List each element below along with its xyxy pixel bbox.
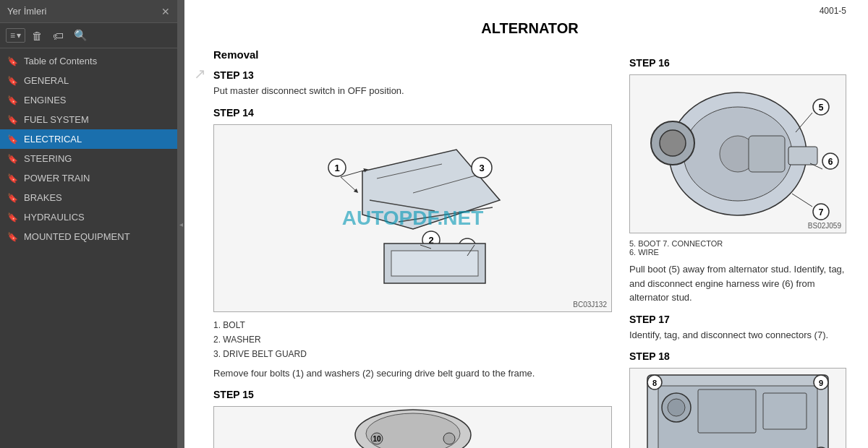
bookmark-icon: 🔖 bbox=[7, 193, 18, 203]
sidebar-item-brakes[interactable]: 🔖 BRAKES bbox=[0, 188, 177, 207]
step17-label: STEP 17 bbox=[629, 314, 846, 325]
step14-svg: 1 2 bbox=[297, 128, 529, 309]
bookmark-icon: 🔖 bbox=[7, 154, 18, 164]
step16-svg: 5 6 7 bbox=[633, 78, 843, 230]
svg-line-7 bbox=[341, 177, 357, 191]
sidebar-item-label: POWER TRAIN bbox=[24, 173, 90, 184]
svg-text:9: 9 bbox=[819, 379, 823, 387]
bookmark-icon: 🔖 bbox=[7, 134, 18, 145]
step14-label: STEP 14 bbox=[213, 107, 612, 119]
bookmark-icon: 🔖 bbox=[7, 115, 18, 125]
sidebar-item-label: Table of Contents bbox=[24, 56, 97, 66]
svg-text:10: 10 bbox=[373, 435, 381, 443]
step14-diagram-ref: BC03J132 bbox=[573, 301, 607, 309]
step14-text: Remove four bolts (1) and washers (2) se… bbox=[213, 366, 612, 381]
close-button[interactable]: ✕ bbox=[161, 7, 170, 17]
bookmark-icon: 🔖 bbox=[7, 212, 18, 223]
svg-rect-44 bbox=[698, 389, 756, 433]
sidebar-item-fuel[interactable]: 🔖 FUEL SYSTEM bbox=[0, 110, 177, 129]
bookmark-icon: 🔖 bbox=[7, 173, 18, 184]
page-number: 4001-5 bbox=[820, 6, 846, 16]
resize-handle[interactable]: ◂ bbox=[177, 0, 184, 448]
svg-rect-16 bbox=[391, 251, 478, 276]
sidebar-title: Yer İmleri bbox=[7, 6, 46, 17]
sidebar-item-label: MOUNTED EQUIPMENT bbox=[24, 231, 130, 242]
step17-text: Identify, tag, and disconnect two connec… bbox=[629, 328, 846, 343]
step16-text: Pull boot (5) away from alternator stud.… bbox=[629, 262, 846, 305]
svg-text:7: 7 bbox=[819, 207, 824, 217]
bookmark-icon: 🔖 bbox=[7, 76, 18, 86]
sidebar-item-toc[interactable]: 🔖 Table of Contents bbox=[0, 51, 177, 71]
svg-rect-29 bbox=[749, 136, 785, 172]
svg-line-39 bbox=[792, 194, 812, 207]
bookmark-list: 🔖 Table of Contents 🔖 GENERAL 🔖 ENGINES … bbox=[0, 48, 177, 448]
sidebar-item-hydraulics[interactable]: 🔖 HYDRAULICS bbox=[0, 207, 177, 227]
svg-text:8: 8 bbox=[652, 379, 657, 387]
svg-text:6: 6 bbox=[828, 157, 833, 167]
sidebar-toolbar: ≡ ▾ 🗑 🏷 🔍 bbox=[0, 23, 177, 48]
search-icon: 🔍 bbox=[74, 29, 88, 41]
step15-diagram: 10 bbox=[213, 406, 612, 448]
sidebar-item-powertrain[interactable]: 🔖 POWER TRAIN bbox=[0, 168, 177, 188]
tag-icon: 🏷 bbox=[53, 30, 64, 42]
removal-heading: Removal bbox=[213, 48, 612, 61]
step18-label: STEP 18 bbox=[629, 350, 846, 362]
sidebar-item-label: FUEL SYSTEM bbox=[24, 114, 89, 125]
bookmark-icon: 🔖 bbox=[7, 56, 18, 66]
sidebar-item-label: HYDRAULICS bbox=[24, 212, 85, 223]
tag-button[interactable]: 🏷 bbox=[49, 28, 67, 43]
bookmark-icon: 🔖 bbox=[7, 232, 18, 242]
sidebar-item-label: STEERING bbox=[24, 153, 72, 164]
right-column: STEP 16 bbox=[629, 48, 846, 448]
left-column: Removal STEP 13 Put master disconnect sw… bbox=[213, 48, 612, 448]
svg-rect-45 bbox=[763, 393, 807, 429]
svg-line-37 bbox=[796, 113, 812, 132]
sidebar-header: Yer İmleri ✕ bbox=[0, 0, 177, 23]
step16-parts-list: 5. BOOT 7. CONNECTOR 6. WIRE bbox=[629, 239, 846, 257]
step15-label: STEP 15 bbox=[213, 389, 612, 400]
sidebar-item-label: GENERAL bbox=[24, 75, 69, 86]
step13-label: STEP 13 bbox=[213, 69, 612, 81]
svg-rect-30 bbox=[788, 147, 817, 165]
step16-diagram-ref: BS02J059 bbox=[808, 222, 841, 230]
two-column-layout: Removal STEP 13 Put master disconnect sw… bbox=[213, 48, 846, 448]
page-content: 4001-5 ALTERNATOR Removal STEP 13 Put ma… bbox=[184, 0, 868, 448]
step14-parts-list: 1. BOLT 2. WASHER 3. DRIVE BELT GUARD bbox=[213, 318, 612, 362]
delete-bookmark-button[interactable]: 🗑 bbox=[28, 28, 46, 43]
sidebar-item-label: ENGINES bbox=[24, 95, 67, 105]
bookmark-icon: 🔖 bbox=[7, 95, 18, 105]
step15-svg: 10 bbox=[297, 406, 529, 448]
sidebar-item-label: BRAKES bbox=[24, 192, 62, 203]
svg-text:5: 5 bbox=[819, 103, 824, 113]
sidebar-item-electrical[interactable]: 🔖 ELECTRICAL bbox=[0, 129, 177, 149]
page-title: ALTERNATOR bbox=[213, 20, 846, 37]
step13-text: Put master disconnect switch in OFF posi… bbox=[213, 84, 612, 98]
step14-diagram: 1 2 bbox=[213, 124, 612, 312]
step16-diagram: 5 6 7 BS02J059 bbox=[629, 74, 846, 233]
svg-point-22 bbox=[443, 433, 455, 444]
svg-text:3: 3 bbox=[479, 163, 484, 173]
sidebar: Yer İmleri ✕ ≡ ▾ 🗑 🏷 🔍 🔖 Table of Conten… bbox=[0, 0, 177, 448]
sidebar-item-label: ELECTRICAL bbox=[24, 134, 82, 145]
svg-point-27 bbox=[660, 130, 686, 156]
main-content: 4001-5 ALTERNATOR Removal STEP 13 Put ma… bbox=[184, 0, 868, 448]
sidebar-item-general[interactable]: 🔖 GENERAL bbox=[0, 71, 177, 90]
delete-icon: 🗑 bbox=[32, 30, 43, 42]
svg-point-43 bbox=[668, 399, 685, 416]
svg-text:1: 1 bbox=[334, 163, 339, 173]
new-bookmark-icon: ≡ bbox=[10, 30, 15, 40]
sidebar-item-mounted[interactable]: 🔖 MOUNTED EQUIPMENT bbox=[0, 227, 177, 246]
sidebar-item-engines[interactable]: 🔖 ENGINES bbox=[0, 90, 177, 110]
step16-label: STEP 16 bbox=[629, 57, 846, 69]
step18-svg: 8 9 10 bbox=[633, 368, 843, 448]
dropdown-arrow-icon: ▾ bbox=[17, 30, 21, 40]
new-bookmark-button[interactable]: ≡ ▾ bbox=[6, 28, 25, 43]
sidebar-item-steering[interactable]: 🔖 STEERING bbox=[0, 149, 177, 168]
step18-diagram: 8 9 10 bbox=[629, 368, 846, 448]
search-button[interactable]: 🔍 bbox=[70, 27, 91, 43]
